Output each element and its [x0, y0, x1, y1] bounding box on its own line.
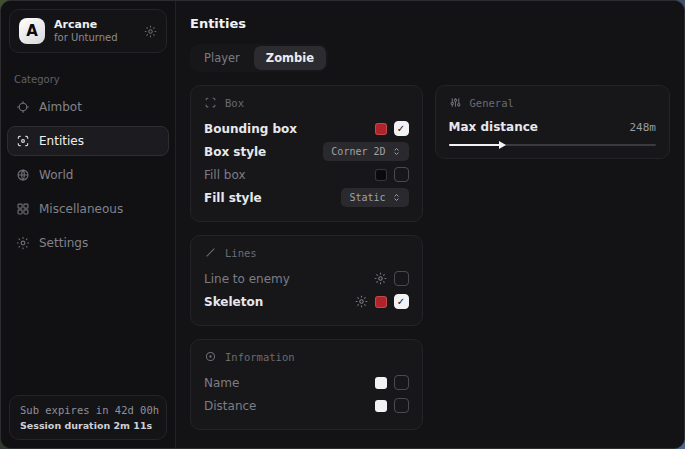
max-distance-row: Max distance 248m — [449, 117, 656, 137]
gear-icon[interactable] — [374, 272, 387, 285]
chevron-up-down-icon — [392, 192, 401, 203]
setting-label: Bounding box — [204, 122, 297, 136]
setting-label: Distance — [204, 399, 256, 413]
app-window: A Arcane for Unturned Category Aimbot En… — [0, 0, 685, 449]
dropdown-value: Corner 2D — [331, 146, 385, 157]
lines-card-header: Lines — [204, 246, 409, 259]
dropdown-value: Static — [349, 192, 385, 203]
slider-fill — [449, 144, 500, 146]
checkbox-checked[interactable]: ✓ — [394, 294, 409, 309]
max-distance-slider[interactable] — [449, 144, 656, 146]
setting-label: Skeleton — [204, 295, 263, 309]
app-logo: A — [19, 18, 45, 44]
setting-label: Box style — [204, 145, 266, 159]
information-card-header: Information — [204, 350, 409, 363]
scan-target-icon — [16, 134, 30, 148]
page-title: Entities — [190, 16, 670, 31]
color-swatch[interactable] — [375, 400, 387, 412]
general-card: General Max distance 248m — [435, 85, 670, 159]
app-subtitle: for Unturned — [54, 32, 118, 45]
setting-row-distance: Distance — [204, 394, 409, 417]
setting-label: Line to enemy — [204, 272, 290, 286]
info-target-icon — [204, 350, 217, 363]
checkbox-unchecked[interactable] — [394, 271, 409, 286]
sidebar-item-miscellaneous[interactable]: Miscellaneous — [7, 194, 169, 224]
fill-style-dropdown[interactable]: Static — [341, 188, 408, 207]
settings-content: Box Bounding box ✓ Box style Corner 2D — [190, 85, 670, 430]
setting-row-line-to-enemy: Line to enemy — [204, 267, 409, 290]
sidebar-spacer — [1, 260, 175, 387]
setting-row-fill-style: Fill style Static — [204, 186, 409, 209]
checkbox-unchecked[interactable] — [394, 167, 409, 182]
checkbox-unchecked[interactable] — [394, 398, 409, 413]
sidebar-item-label: Miscellaneous — [39, 202, 123, 216]
sub-expires-text: Sub expires in 42d 00h — [20, 404, 156, 416]
gear-icon[interactable] — [144, 25, 157, 38]
gear-icon[interactable] — [355, 295, 368, 308]
setting-label: Name — [204, 376, 239, 390]
general-card-header: General — [449, 96, 656, 109]
left-column: Box Bounding box ✓ Box style Corner 2D — [190, 85, 423, 430]
sidebar-item-aimbot[interactable]: Aimbot — [7, 92, 169, 122]
card-title: Box — [225, 97, 244, 109]
setting-label: Fill style — [204, 191, 262, 205]
right-column: General Max distance 248m — [435, 85, 670, 159]
sidebar-item-label: Settings — [39, 236, 88, 250]
app-header-card: A Arcane for Unturned — [9, 9, 167, 53]
box-style-dropdown[interactable]: Corner 2D — [323, 142, 408, 161]
box-corners-icon — [204, 96, 217, 109]
category-label: Category — [14, 74, 162, 85]
box-card-header: Box — [204, 96, 409, 109]
sidebar-item-world[interactable]: World — [7, 160, 169, 190]
main-panel: Entities Player Zombie Box Bounding box — [176, 1, 684, 448]
lines-card: Lines Line to enemy Skeleton — [190, 235, 423, 326]
session-duration-text: Session duration 2m 11s — [20, 420, 156, 431]
setting-row-skeleton: Skeleton ✓ — [204, 290, 409, 313]
sidebar-item-entities[interactable]: Entities — [7, 126, 169, 156]
globe-icon — [16, 168, 30, 182]
color-swatch[interactable] — [375, 169, 387, 181]
slider-thumb[interactable] — [499, 141, 506, 149]
sidebar-item-label: World — [39, 168, 73, 182]
crosshair-icon — [16, 100, 30, 114]
sidebar-item-label: Entities — [39, 134, 84, 148]
app-title-block: Arcane for Unturned — [54, 18, 118, 44]
entity-tabs: Player Zombie — [190, 44, 328, 72]
subscription-card: Sub expires in 42d 00h Session duration … — [9, 395, 167, 440]
setting-row-fill-box: Fill box — [204, 163, 409, 186]
sliders-icon — [449, 96, 462, 109]
card-title: Lines — [225, 247, 257, 259]
tab-player[interactable]: Player — [192, 46, 252, 70]
sidebar: A Arcane for Unturned Category Aimbot En… — [1, 1, 176, 448]
color-swatch[interactable] — [375, 377, 387, 389]
setting-row-name: Name — [204, 371, 409, 394]
sidebar-item-settings[interactable]: Settings — [7, 228, 169, 258]
setting-row-box-style: Box style Corner 2D — [204, 140, 409, 163]
information-card: Information Name Distance — [190, 339, 423, 430]
grid-icon — [16, 202, 30, 216]
card-title: Information — [225, 351, 295, 363]
setting-label: Fill box — [204, 168, 246, 182]
gear-icon — [16, 236, 30, 250]
sidebar-item-label: Aimbot — [39, 100, 82, 114]
checkbox-unchecked[interactable] — [394, 375, 409, 390]
box-card: Box Bounding box ✓ Box style Corner 2D — [190, 85, 423, 222]
tab-zombie[interactable]: Zombie — [254, 46, 326, 70]
checkbox-checked[interactable]: ✓ — [394, 121, 409, 136]
diagonal-line-icon — [204, 246, 217, 259]
max-distance-value: 248m — [630, 121, 657, 134]
setting-row-bounding-box: Bounding box ✓ — [204, 117, 409, 140]
color-swatch[interactable] — [375, 123, 387, 135]
app-name: Arcane — [54, 18, 118, 32]
card-title: General — [470, 97, 514, 109]
color-swatch[interactable] — [375, 296, 387, 308]
chevron-up-down-icon — [392, 146, 401, 157]
setting-label: Max distance — [449, 120, 538, 134]
